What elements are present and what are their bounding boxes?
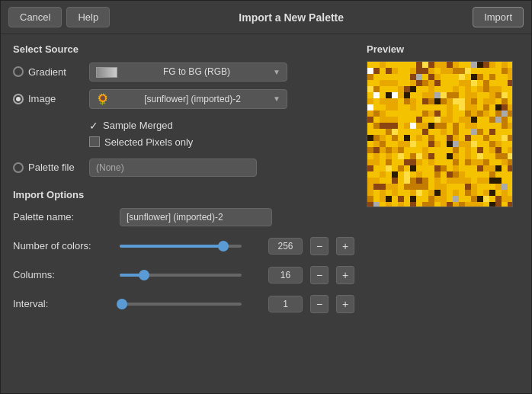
select-source-title: Select Source [13,43,354,55]
sunflower-icon: 🌻 [96,93,109,105]
selected-pixels-checkbox[interactable] [89,136,100,147]
num-colors-slider-track[interactable] [120,245,242,248]
num-colors-slider-container [120,245,261,248]
gradient-icon [96,67,117,78]
columns-value[interactable]: 16 [268,267,303,283]
image-sub-options: ✓ Sample Merged Selected Pixels only [89,120,354,148]
interval-value[interactable]: 1 [268,296,303,312]
source-options: Gradient FG to BG (RGB) ▼ Image [13,62,354,177]
image-label: Image [28,93,56,104]
import-options-title: Import Options [13,189,354,200]
selected-pixels-row: Selected Pixels only [89,136,354,148]
gradient-dropdown[interactable]: FG to BG (RGB) ▼ [89,62,287,82]
gradient-radio-label[interactable]: Gradient [13,66,82,78]
title-bar: Cancel Help Import a New Palette Import [1,1,531,34]
gradient-dropdown-arrow: ▼ [273,68,280,76]
image-row: Image 🌻 [sunflower] (imported)-2 ▼ [13,89,354,109]
columns-row: Columns: 16 − + [13,266,354,284]
import-options: Import Options Palette name: Number of c… [13,189,354,313]
image-dropdown-arrow: ▼ [273,94,280,103]
palette-file-row: Palette file (None) [13,159,354,177]
dialog-title: Import a New Palette [116,11,466,24]
num-colors-slider-fill [120,245,223,248]
image-dropdown[interactable]: 🌻 [sunflower] (imported)-2 ▼ [89,89,287,109]
preview-title: Preview [367,43,519,55]
columns-slider-track[interactable] [120,274,242,277]
gradient-label: Gradient [28,66,66,78]
palette-name-input[interactable] [120,208,272,226]
num-colors-value[interactable]: 256 [268,238,303,255]
num-colors-minus[interactable]: − [310,237,328,255]
image-radio[interactable] [13,94,24,104]
palette-file-label: Palette file [28,162,75,173]
title-bar-left: Cancel Help [8,7,110,27]
help-button[interactable]: Help [66,7,110,27]
columns-label: Columns: [13,269,112,280]
gradient-radio[interactable] [13,66,24,77]
interval-slider-track[interactable] [120,303,242,306]
image-radio-label[interactable]: Image [13,93,82,104]
gradient-row: Gradient FG to BG (RGB) ▼ [13,62,354,82]
preview-panel: Preview [367,43,519,384]
columns-minus[interactable]: − [310,266,328,284]
gradient-dropdown-value: FG to BG (RGB) [163,66,230,77]
title-bar-right: Import [473,7,524,27]
columns-slider-thumb[interactable] [139,270,149,280]
left-panel: Select Source Gradient FG to BG (RGB) ▼ [13,43,354,384]
selected-pixels-label: Selected Pixels only [104,136,193,148]
interval-label: Interval: [13,298,112,309]
sample-merged-checkmark: ✓ [89,120,98,132]
interval-slider-thumb[interactable] [117,299,127,309]
columns-plus[interactable]: + [336,266,354,284]
import-palette-dialog: Cancel Help Import a New Palette Import … [0,0,532,394]
palette-file-input[interactable]: (None) [89,159,257,177]
interval-minus[interactable]: − [310,295,328,313]
palette-name-label: Palette name: [13,211,112,223]
gradient-dropdown-icon [96,66,120,78]
palette-file-radio-label[interactable]: Palette file [13,162,82,173]
import-button[interactable]: Import [473,7,524,27]
interval-plus[interactable]: + [336,295,354,313]
sample-merged-row: ✓ Sample Merged [89,120,354,132]
palette-name-row: Palette name: [13,208,354,226]
sample-merged-label: Sample Merged [103,120,173,131]
preview-image [367,62,513,207]
interval-row: Interval: 1 − + [13,295,354,313]
main-content: Select Source Gradient FG to BG (RGB) ▼ [1,34,531,393]
num-colors-slider-thumb[interactable] [218,241,229,251]
image-dropdown-value: [sunflower] (imported)-2 [144,94,241,104]
cancel-button[interactable]: Cancel [8,7,62,27]
columns-slider-container [120,274,261,277]
interval-slider-container [120,303,261,306]
palette-file-radio[interactable] [13,162,24,173]
preview-canvas-container [367,61,513,207]
num-colors-plus[interactable]: + [336,237,354,255]
num-colors-row: Number of colors: 256 − + [13,237,354,255]
num-colors-label: Number of colors: [13,240,112,251]
